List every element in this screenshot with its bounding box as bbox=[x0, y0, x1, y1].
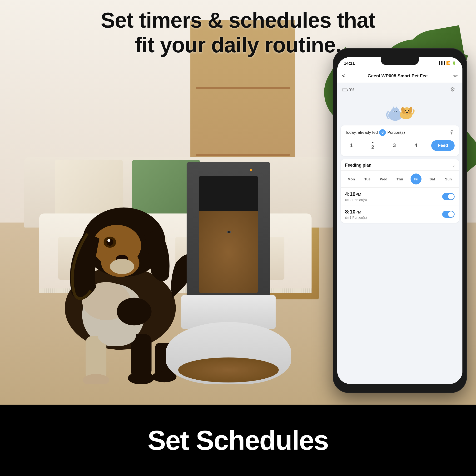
schedule-toggle-2[interactable] bbox=[442, 211, 455, 218]
feeder-device bbox=[176, 162, 281, 384]
settings-gear-icon[interactable]: ⚙ bbox=[450, 86, 458, 94]
day-friday[interactable]: Fri bbox=[410, 173, 422, 185]
day-wednesday[interactable]: Wed bbox=[378, 173, 389, 185]
battery-mini-icon bbox=[342, 88, 347, 91]
day-monday[interactable]: Mon bbox=[346, 173, 357, 185]
schedule-item-1: 4:10PM 🍽 2 Portion(s) bbox=[341, 187, 459, 205]
status-icons: ▐▐▐ 📶 🔋 bbox=[438, 61, 456, 65]
feeding-plan-section: Feeding plan › Mon Tue Wed Thu Fri Sat S… bbox=[341, 159, 459, 223]
portion-step-1[interactable]: 1 bbox=[345, 139, 357, 152]
bottom-title: Set Schedules bbox=[148, 425, 328, 456]
heading-line1: Set timers & schedules that bbox=[0, 8, 476, 33]
feeder-indicator bbox=[250, 169, 252, 171]
day-sunday[interactable]: Sun bbox=[443, 173, 454, 185]
photo-section: Set timers & schedules that fit your dai… bbox=[0, 0, 476, 405]
battery-percent: 0% bbox=[342, 87, 355, 92]
svg-point-3 bbox=[117, 298, 152, 325]
feeding-plan-chevron-icon: › bbox=[453, 163, 455, 168]
pet-icon-area bbox=[337, 96, 462, 125]
schedule-item-2: 8:10PM 🍽 1 Portion(s) bbox=[341, 205, 459, 223]
portion-label-prefix: Today, already fed bbox=[345, 130, 378, 135]
schedule-time-block-2: 8:10PM 🍽 1 Portion(s) bbox=[345, 209, 442, 220]
app-content: 0% ⚙ bbox=[337, 83, 462, 384]
schedule-time-1: 4:10PM bbox=[345, 191, 442, 197]
phone-mockup: 14:11 ▐▐▐ 📶 🔋 < Geeni WP008 Smart Pet Fe… bbox=[333, 49, 466, 392]
feeding-plan-header[interactable]: Feeding plan › bbox=[341, 159, 459, 171]
shelf-plank bbox=[196, 87, 290, 89]
day-selector: Mon Tue Wed Thu Fri Sat Sun bbox=[341, 171, 459, 187]
svg-point-36 bbox=[408, 110, 409, 111]
svg-point-25 bbox=[394, 111, 395, 112]
day-tuesday[interactable]: Tue bbox=[362, 173, 373, 185]
day-saturday[interactable]: Sat bbox=[427, 173, 438, 185]
svg-rect-13 bbox=[131, 334, 151, 377]
schedule-toggle-1[interactable] bbox=[442, 193, 455, 200]
feeder-food-in-bowl bbox=[178, 357, 279, 382]
svg-point-10 bbox=[108, 239, 110, 242]
battery-pct-text: 0% bbox=[349, 87, 355, 92]
feed-button[interactable]: Feed bbox=[431, 140, 455, 151]
feeder-bowl bbox=[166, 322, 291, 384]
pet-icon bbox=[384, 98, 415, 122]
feeder-camera bbox=[227, 231, 231, 233]
mic-icon[interactable]: 🎙 bbox=[449, 130, 455, 136]
wifi-icon: 📶 bbox=[446, 61, 450, 65]
svg-point-11 bbox=[110, 259, 134, 274]
svg-point-18 bbox=[152, 371, 176, 382]
phone-screen: 14:11 ▐▐▐ 📶 🔋 < Geeni WP008 Smart Pet Fe… bbox=[337, 57, 462, 384]
svg-point-32 bbox=[406, 112, 408, 113]
portion-bar: Today, already fed 6 Portion(s) 🎙 1 2 3 bbox=[341, 125, 459, 156]
portion-step-2[interactable]: 2 bbox=[367, 139, 379, 152]
schedule-detail-1: 🍽 2 Portion(s) bbox=[345, 198, 442, 202]
svg-point-26 bbox=[396, 111, 397, 112]
feeder-food-window bbox=[199, 176, 258, 293]
signal-icon: ▐▐▐ bbox=[438, 61, 445, 65]
svg-point-35 bbox=[405, 110, 406, 111]
pet-app-svg bbox=[384, 98, 415, 122]
portion-step-3[interactable]: 3 bbox=[388, 139, 401, 152]
toggle-knob-2 bbox=[448, 211, 454, 217]
battery-icon: 🔋 bbox=[452, 61, 456, 65]
svg-point-20 bbox=[391, 108, 399, 116]
feeding-plan-title: Feeding plan bbox=[345, 163, 372, 168]
schedule-time-2: 8:10PM bbox=[345, 209, 442, 215]
status-time: 14:11 bbox=[344, 60, 355, 66]
portion-label: Today, already fed 6 Portion(s) 🎙 bbox=[345, 129, 455, 136]
svg-point-15 bbox=[128, 372, 154, 384]
schedule-detail-2: 🍽 1 Portion(s) bbox=[345, 216, 442, 220]
toggle-knob-1 bbox=[448, 194, 454, 200]
bottom-bar: Set Schedules bbox=[0, 405, 476, 476]
app-header: < Geeni WP008 Smart Pet Fee... ✏ bbox=[337, 69, 462, 83]
portion-selector: 1 2 3 4 Feed bbox=[345, 139, 455, 152]
feeder-top bbox=[187, 162, 270, 300]
schedule-time-block-1: 4:10PM 🍽 2 Portion(s) bbox=[345, 191, 442, 202]
portion-label-suffix: Portion(s) bbox=[387, 130, 405, 135]
portion-step-4[interactable]: 4 bbox=[410, 139, 422, 152]
svg-point-16 bbox=[98, 325, 136, 346]
back-button[interactable]: < bbox=[342, 72, 346, 80]
top-strip: 0% ⚙ bbox=[337, 83, 462, 96]
feeder-food-fill bbox=[199, 211, 258, 293]
phone-notch bbox=[381, 57, 419, 65]
edit-button[interactable]: ✏ bbox=[453, 73, 458, 79]
portion-number: 6 bbox=[379, 129, 386, 136]
app-title: Geeni WP008 Smart Pet Fee... bbox=[368, 73, 431, 79]
portion-selected-indicator: 2 bbox=[371, 140, 374, 151]
day-thursday[interactable]: Thu bbox=[394, 173, 405, 185]
